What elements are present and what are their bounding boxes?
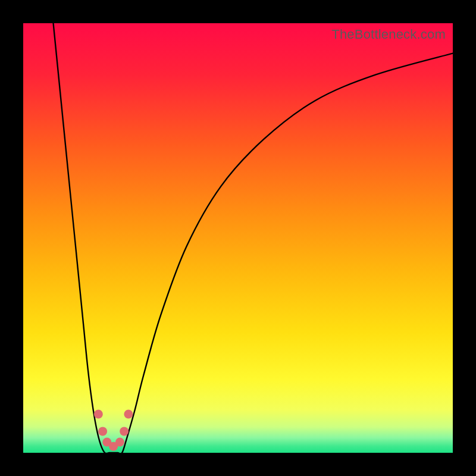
bottleneck-curve — [54, 23, 453, 453]
curve-layer — [23, 23, 453, 453]
marker-dot — [115, 437, 124, 446]
chart-frame: TheBottleneck.com — [0, 0, 476, 476]
marker-dot — [124, 410, 133, 419]
marker-dot — [94, 410, 103, 419]
marker-dot — [98, 427, 107, 436]
plot-area: TheBottleneck.com — [23, 23, 453, 453]
marker-dots — [94, 410, 133, 451]
marker-dot — [120, 427, 129, 436]
attribution-label: TheBottleneck.com — [331, 27, 446, 42]
